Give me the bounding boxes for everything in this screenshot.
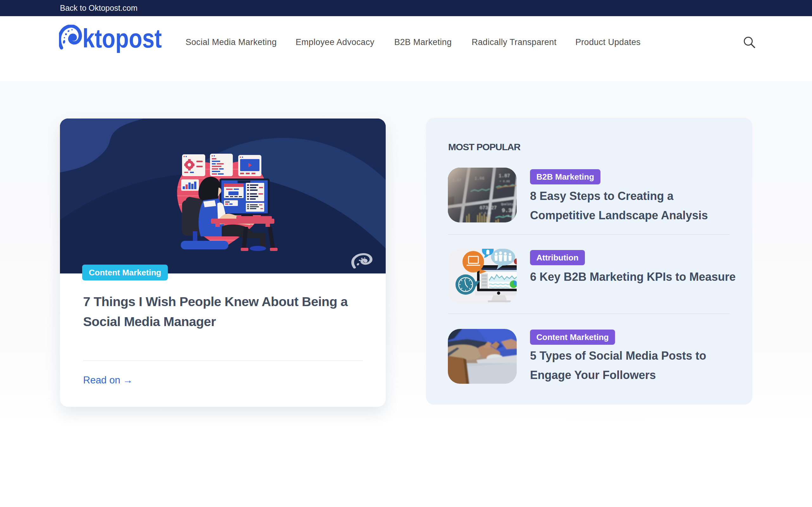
svg-text:ktopost: ktopost	[83, 25, 162, 53]
